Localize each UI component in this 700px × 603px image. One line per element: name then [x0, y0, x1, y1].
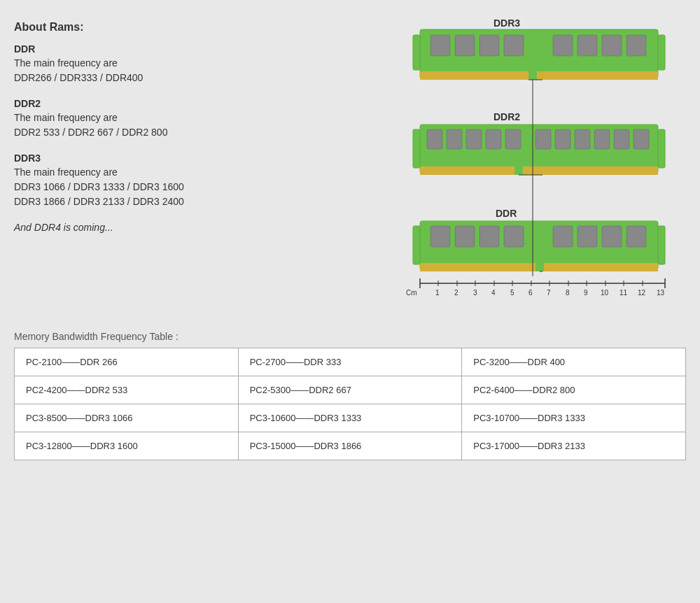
table-section: Memory Bandwidth Frequency Table : PC-21…: [14, 331, 686, 460]
svg-rect-39: [626, 226, 646, 247]
ddr2-block: DDR2 The main frequency are DDR2 533 / D…: [14, 98, 378, 140]
table-cell: PC3-10600——DDR3 1333: [238, 404, 462, 432]
ddr3-stick: [413, 29, 665, 80]
svg-rect-14: [420, 166, 658, 175]
svg-rect-26: [634, 129, 649, 149]
title-colon: :: [80, 21, 83, 33]
svg-rect-33: [455, 226, 475, 247]
ddr2-title: DDR2: [14, 98, 378, 109]
table-row: PC2-4200——DDR2 533PC2-5300——DDR2 667PC2-…: [15, 376, 686, 404]
title-text: About Rams: [14, 21, 80, 33]
svg-text:1: 1: [435, 289, 440, 297]
ddr2-diagram-label: DDR2: [493, 111, 520, 122]
ddr1-title: DDR: [14, 43, 378, 55]
table-cell: PC2-6400——DDR2 800: [462, 376, 686, 404]
table-title: Memory Bandwidth Frequency Table :: [14, 331, 686, 342]
svg-rect-2: [528, 71, 537, 80]
table-row: PC3-12800——DDR3 1600PC3-15000——DDR3 1866…: [15, 432, 686, 460]
svg-rect-5: [479, 35, 499, 56]
svg-rect-22: [555, 129, 570, 149]
svg-text:7: 7: [547, 289, 551, 297]
svg-rect-8: [578, 35, 597, 56]
svg-rect-34: [479, 226, 499, 247]
svg-rect-28: [658, 129, 665, 168]
table-cell: PC2-5300——DDR2 667: [238, 376, 462, 404]
svg-rect-15: [514, 166, 523, 175]
svg-text:11: 11: [620, 289, 628, 297]
svg-rect-36: [553, 226, 573, 247]
svg-rect-7: [553, 35, 573, 56]
table-cell: PC3-17000——DDR3 2133: [462, 432, 686, 460]
svg-rect-41: [658, 226, 665, 264]
ddr3-diagram-label: DDR3: [493, 17, 520, 29]
ddr2-frequencies: DDR2 533 / DDR2 667 / DDR2 800: [14, 125, 378, 140]
ddr1-frequencies: DDR266 / DDR333 / DDR400: [14, 71, 378, 85]
svg-rect-40: [413, 226, 420, 264]
table-cell: PC3-8500——DDR3 1066: [15, 404, 239, 432]
svg-rect-31: [536, 263, 544, 271]
ddr4-note: And DDR4 is coming...: [14, 222, 378, 233]
svg-rect-19: [486, 129, 501, 149]
svg-rect-21: [536, 129, 551, 149]
svg-rect-10: [626, 35, 646, 56]
svg-rect-27: [413, 129, 420, 168]
svg-rect-9: [602, 35, 622, 56]
ddr3-title: DDR3: [14, 152, 378, 164]
svg-text:2: 2: [454, 289, 458, 297]
ddr3-block: DDR3 The main frequency are DDR3 1066 / …: [14, 152, 378, 209]
table-cell: PC-2100——DDR 266: [15, 348, 239, 376]
ddr1-stick: [413, 221, 665, 271]
ddr3-subtitle: The main frequency are: [14, 165, 378, 180]
svg-text:Cm: Cm: [406, 289, 417, 297]
svg-text:10: 10: [601, 289, 609, 297]
bandwidth-table: PC-2100——DDR 266PC-2700——DDR 333PC-3200—…: [14, 348, 686, 460]
ram-diagram: DDR3: [392, 14, 686, 310]
svg-rect-17: [447, 129, 462, 149]
svg-rect-25: [614, 129, 629, 149]
svg-rect-38: [602, 226, 622, 247]
ddr1-block: DDR The main frequency are DDR266 / DDR3…: [14, 43, 378, 85]
svg-rect-20: [505, 129, 521, 149]
table-cell: PC3-15000——DDR3 1866: [238, 432, 462, 460]
ddr3-freq-line2: DDR3 1866 / DDR3 2133 / DDR3 2400: [14, 194, 378, 209]
table-cell: PC2-4200——DDR2 533: [15, 376, 239, 404]
ddr2-subtitle: The main frequency are: [14, 111, 378, 125]
table-cell: PC3-10700——DDR3 1333: [462, 404, 686, 432]
left-text: About Rams: DDR The main frequency are D…: [14, 14, 378, 310]
svg-rect-18: [466, 129, 482, 149]
table-cell: PC-2700——DDR 333: [238, 348, 462, 376]
svg-text:9: 9: [584, 289, 588, 297]
svg-rect-24: [594, 129, 610, 149]
svg-rect-6: [504, 35, 524, 56]
svg-text:4: 4: [491, 289, 496, 297]
svg-text:3: 3: [473, 289, 477, 297]
svg-rect-37: [578, 226, 597, 247]
svg-rect-12: [658, 35, 665, 70]
svg-text:13: 13: [657, 289, 665, 297]
svg-rect-23: [575, 129, 590, 149]
svg-text:8: 8: [566, 289, 570, 297]
svg-text:6: 6: [528, 289, 533, 297]
ddr-diagram-label: DDR: [496, 208, 517, 219]
svg-rect-16: [427, 129, 442, 149]
table-cell: PC-3200——DDR 400: [462, 348, 686, 376]
svg-rect-4: [455, 35, 475, 56]
svg-rect-32: [430, 226, 450, 247]
ddr3-freq-line1: DDR3 1066 / DDR3 1333 / DDR3 1600: [14, 180, 378, 194]
svg-text:12: 12: [638, 289, 646, 297]
svg-rect-3: [430, 35, 450, 56]
main-container: About Rams: DDR The main frequency are D…: [14, 14, 686, 460]
svg-text:5: 5: [510, 289, 514, 297]
ram-diagram-svg: DDR3: [392, 14, 686, 308]
table-cell: PC3-12800——DDR3 1600: [15, 432, 239, 460]
ddr1-subtitle: The main frequency are: [14, 56, 378, 71]
top-section: About Rams: DDR The main frequency are D…: [14, 14, 686, 310]
table-row: PC3-8500——DDR3 1066PC3-10600——DDR3 1333P…: [15, 404, 686, 432]
ddr2-stick: [413, 125, 665, 175]
page-title: About Rams:: [14, 21, 378, 34]
svg-rect-35: [504, 226, 524, 247]
svg-rect-11: [413, 35, 420, 70]
svg-rect-1: [420, 71, 658, 80]
table-row: PC-2100——DDR 266PC-2700——DDR 333PC-3200—…: [15, 348, 686, 376]
